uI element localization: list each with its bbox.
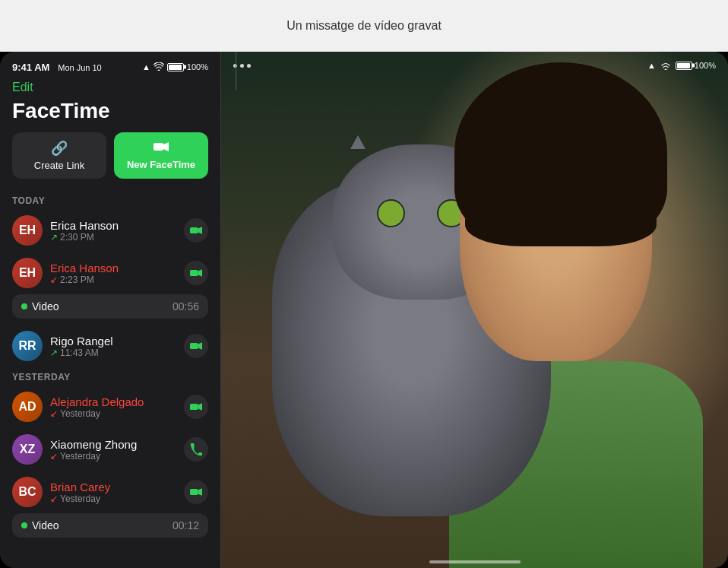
- create-link-label: Create Link: [34, 160, 84, 171]
- contact-info-erica-1: Erica Hanson ↗ 2:30 PM: [50, 219, 184, 243]
- photo-scene: ▲ 100%: [221, 52, 728, 568]
- svg-rect-4: [190, 270, 198, 276]
- new-facetime-label: New FaceTime: [127, 159, 195, 170]
- avatar-alejandra: AD: [12, 392, 43, 422]
- signal-bars-right: ▲: [647, 61, 656, 70]
- contact-item-brian[interactable]: BC Brian Carey ↙ Yesterday: [0, 471, 220, 513]
- contact-item-erica-1[interactable]: EH Erica Hanson ↗ 2:30 PM: [0, 209, 220, 252]
- right-panel: ▲ 100%: [221, 52, 728, 568]
- annotation-text: Un missatge de vídeo gravat: [286, 19, 442, 33]
- contact-info-erica-2: Erica Hanson ↙ 2:23 PM: [50, 262, 184, 285]
- cat-ear-left: [350, 135, 366, 149]
- video-call-button-brian[interactable]: [184, 480, 208, 504]
- svg-marker-3: [198, 227, 202, 234]
- contact-time-rigo: ↗ 11:43 AM: [50, 347, 184, 358]
- video-message-row-brian[interactable]: Video 00:12: [12, 513, 208, 538]
- video-dot-brian: [21, 522, 27, 528]
- video-message-label-erica: Video: [32, 300, 59, 313]
- contact-time-brian: ↙ Yesterday: [50, 493, 184, 504]
- contact-time-erica-2: ↙ 2:23 PM: [50, 274, 184, 285]
- contact-name-xiaomeng: Xiaomeng Zhong: [50, 438, 184, 451]
- right-status-area: ▲ 100%: [647, 61, 716, 70]
- battery-icon: [167, 63, 184, 71]
- contact-name-brian: Brian Carey: [50, 481, 184, 493]
- svg-rect-8: [190, 404, 198, 410]
- create-link-button[interactable]: 🔗 Create Link: [12, 132, 106, 179]
- annotation-bar: Un missatge de vídeo gravat: [0, 0, 728, 52]
- svg-rect-10: [190, 489, 198, 495]
- video-message-label-brian: Video: [32, 519, 59, 532]
- left-panel: 9:41 AM Mon Jun 10 ▲ 100%: [0, 52, 220, 568]
- contact-name-rigo: Rigo Rangel: [50, 335, 184, 347]
- contact-item-xiaomeng[interactable]: XZ Xiaomeng Zhong ↙ Yesterday: [0, 428, 220, 471]
- video-message-left-brian: Video: [21, 519, 59, 532]
- today-section-header: TODAY: [0, 191, 220, 209]
- contact-info-alejandra: Alejandra Delgado ↙ Yesterday: [50, 395, 184, 419]
- video-camera-icon: [154, 140, 169, 156]
- link-icon: 🔗: [51, 140, 68, 157]
- svg-marker-1: [163, 142, 169, 151]
- svg-rect-0: [154, 143, 163, 151]
- video-message-duration-brian: 00:12: [173, 519, 199, 532]
- right-top-bar: ▲ 100%: [221, 52, 728, 79]
- outgoing-arrow-icon-rigo: ↗: [50, 347, 58, 358]
- svg-marker-9: [198, 403, 202, 411]
- status-time: 9:41 AM Mon Jun 10: [12, 62, 102, 73]
- contact-item-rigo[interactable]: RR Rigo Rangel ↗ 11:43 AM: [0, 325, 220, 367]
- svg-rect-6: [190, 343, 198, 349]
- avatar-rigo: RR: [12, 331, 43, 361]
- video-call-button-erica-2[interactable]: [184, 261, 208, 285]
- home-indicator: [429, 560, 521, 563]
- facetime-title: FaceTime: [0, 97, 220, 132]
- new-facetime-button[interactable]: New FaceTime: [114, 132, 208, 179]
- dot-2: [240, 64, 244, 68]
- ipad-frame: 9:41 AM Mon Jun 10 ▲ 100%: [0, 52, 728, 568]
- missed-arrow-icon: ↙: [50, 274, 58, 285]
- phone-call-button-xiaomeng[interactable]: [184, 437, 208, 462]
- contact-item-alejandra[interactable]: AD Alejandra Delgado ↙ Yesterday: [0, 386, 220, 428]
- video-message-duration-erica: 00:56: [173, 300, 199, 313]
- svg-marker-7: [198, 342, 202, 350]
- outgoing-arrow-icon: ↗: [50, 232, 58, 243]
- annotation-pointer-line: [236, 52, 236, 90]
- cat-eye-left: [377, 199, 405, 227]
- action-buttons: 🔗 Create Link New FaceTime: [0, 132, 220, 191]
- battery-right: 100%: [676, 61, 716, 70]
- avatar-erica-1: EH: [12, 215, 43, 246]
- contact-info-rigo: Rigo Rangel ↗ 11:43 AM: [50, 335, 184, 358]
- video-call-button-erica-1[interactable]: [184, 218, 208, 243]
- dot-3: [247, 64, 251, 68]
- battery-pct-right: 100%: [695, 61, 716, 70]
- hair-bangs: [465, 174, 657, 246]
- contact-time-xiaomeng: ↙ Yesterday: [50, 451, 184, 462]
- contact-name-erica-2: Erica Hanson: [50, 262, 184, 274]
- video-message-row-erica[interactable]: Video 00:56: [12, 294, 208, 319]
- avatar-xiaomeng: XZ: [12, 434, 43, 465]
- avatar-erica-2: EH: [12, 258, 43, 288]
- avatar-brian: BC: [12, 477, 43, 507]
- contact-item-erica-2[interactable]: EH Erica Hanson ↙ 2:23 PM: [0, 252, 220, 294]
- status-bar: 9:41 AM Mon Jun 10 ▲ 100%: [0, 52, 220, 79]
- video-call-button-rigo[interactable]: [184, 334, 208, 358]
- hair-shape: [454, 62, 667, 243]
- contact-time-alejandra: ↙ Yesterday: [50, 408, 184, 419]
- missed-arrow-icon-alejandra: ↙: [50, 408, 58, 419]
- contact-info-brian: Brian Carey ↙ Yesterday: [50, 481, 184, 504]
- svg-marker-5: [198, 269, 202, 277]
- status-right: ▲ 100%: [142, 62, 208, 72]
- edit-button[interactable]: Edit: [0, 79, 220, 97]
- contact-name-alejandra: Alejandra Delgado: [50, 395, 184, 408]
- video-message-left-erica: Video: [21, 300, 59, 313]
- missed-arrow-icon-xiaomeng: ↙: [50, 451, 58, 462]
- svg-rect-2: [190, 227, 198, 233]
- contact-list: TODAY EH Erica Hanson ↗ 2:30 PM: [0, 191, 220, 568]
- video-dot-erica: [21, 303, 27, 309]
- signal-icon: ▲: [142, 62, 150, 71]
- svg-marker-11: [198, 488, 202, 496]
- contact-time-erica-1: ↗ 2:30 PM: [50, 232, 184, 243]
- wifi-icon: [154, 62, 164, 72]
- wifi-icon-right: [660, 62, 671, 70]
- missed-arrow-icon-brian: ↙: [50, 493, 58, 504]
- video-call-button-alejandra[interactable]: [184, 395, 208, 419]
- contact-name-erica-1: Erica Hanson: [50, 219, 184, 232]
